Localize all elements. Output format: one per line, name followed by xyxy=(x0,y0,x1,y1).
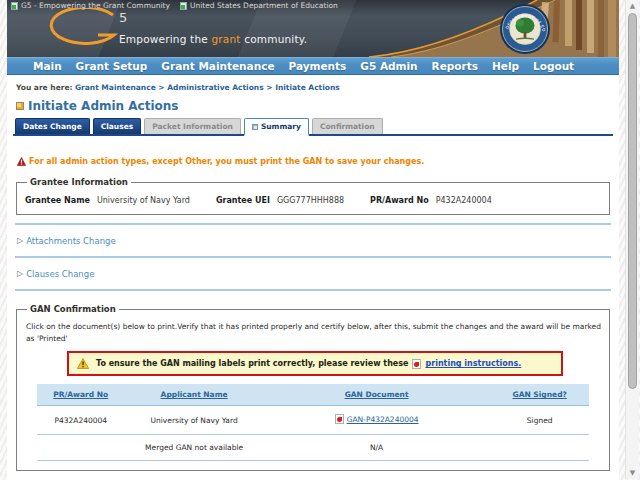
cell-gan-signed: Signed xyxy=(490,406,590,435)
tab-bar: Dates Change Clauses Packet Information … xyxy=(13,118,613,136)
nav-item-help[interactable]: Help xyxy=(492,60,519,72)
scrollbar-thumb[interactable] xyxy=(628,13,637,389)
grantee-information-row: Grantee Name University of Navy Yard Gra… xyxy=(25,196,601,205)
summary-tab-icon xyxy=(252,124,258,130)
bookshelf-collage xyxy=(369,0,619,57)
tagline: Empowering the grant community. xyxy=(119,33,307,45)
section-divider xyxy=(15,256,611,258)
grantee-name-value: University of Navy Yard xyxy=(97,196,190,205)
table-row: Merged GAN not available N/A xyxy=(37,435,590,461)
table-header-row: PR/Award No Applicant Name GAN Document … xyxy=(37,384,590,406)
page-icon xyxy=(11,2,18,10)
attachments-change-expander[interactable]: ▷ Attachments Change xyxy=(17,236,613,246)
cell-pr-award: P432A240004 xyxy=(37,406,125,435)
printing-instructions-link[interactable]: printing instructions. xyxy=(425,359,521,368)
cell-pr-award xyxy=(37,435,125,461)
grantee-name-label: Grantee Name xyxy=(25,196,90,205)
pdf-icon xyxy=(335,414,344,424)
nav-item-grant-setup[interactable]: Grant Setup xyxy=(76,60,148,72)
clauses-change-label: Clauses Change xyxy=(26,269,94,279)
warning-icon xyxy=(17,157,26,166)
scrollbar-up-icon[interactable]: ▲ xyxy=(626,2,639,10)
tab-confirmation: Confirmation xyxy=(312,118,383,134)
window-title-bar: G5 - Empowering the Grant Community Unit… xyxy=(11,1,338,10)
tab-dates-change[interactable]: Dates Change xyxy=(15,118,90,134)
window-title-2: United States Department of Education xyxy=(180,1,338,10)
breadcrumb: You are here: Grant Maintenance > Admini… xyxy=(16,83,613,92)
nav-item-payments[interactable]: Payments xyxy=(289,60,347,72)
header-gan-signed[interactable]: GAN Signed? xyxy=(490,384,590,406)
tab-clauses[interactable]: Clauses xyxy=(93,118,142,134)
chevron-right-icon: ▷ xyxy=(17,237,23,245)
pdf-icon xyxy=(412,359,421,369)
section-divider xyxy=(15,289,611,291)
grantee-uei-value: GGG777HHH888 xyxy=(277,196,344,205)
cell-gan-document: GAN-P432A240004 xyxy=(263,406,490,435)
window-title-1: G5 - Empowering the Grant Community xyxy=(11,1,170,10)
cell-gan-document: N/A xyxy=(263,435,490,461)
scrollbar-down-icon[interactable]: ▼ xyxy=(626,469,639,477)
header-banner: G5 - Empowering the Grant Community Unit… xyxy=(7,0,619,57)
header-gan-document[interactable]: GAN Document xyxy=(263,384,490,406)
cell-applicant: University of Navy Yard xyxy=(125,406,263,435)
page-icon xyxy=(180,2,187,10)
window-title-text: G5 - Empowering the Grant Community xyxy=(21,1,170,10)
cell-gan-signed xyxy=(490,435,590,461)
header-pr-award-no[interactable]: PR/Award No xyxy=(37,384,125,406)
nav-item-g5-admin[interactable]: G5 Admin xyxy=(360,60,417,72)
pr-award-no-label: PR/Award No xyxy=(370,196,429,205)
tab-summary-label: Summary xyxy=(261,122,301,131)
print-gan-warning: For all admin action types, except Other… xyxy=(17,157,613,166)
pr-award-no-value: P432A240004 xyxy=(436,196,492,205)
tab-packet-information: Packet Information xyxy=(144,118,241,134)
gan-confirmation-section: GAN Confirmation Click on the document(s… xyxy=(16,304,610,471)
window-title-text: United States Department of Education xyxy=(190,1,338,10)
page-title: Initiate Admin Actions xyxy=(16,99,613,113)
alert-warning-icon xyxy=(77,358,89,369)
grantee-information-section: Grantee Information Grantee Name Univers… xyxy=(16,177,610,215)
cell-applicant: Merged GAN not available xyxy=(125,435,263,461)
clauses-change-expander[interactable]: ▷ Clauses Change xyxy=(17,269,613,279)
department-of-education-seal: DEPARTMENT OF EDUCATION xyxy=(499,3,551,57)
grantee-uei-label: Grantee UEI xyxy=(216,196,270,205)
gan-documents-table: PR/Award No Applicant Name GAN Document … xyxy=(37,384,590,461)
main-navigation: Main Grant Setup Grant Maintenance Payme… xyxy=(7,57,619,75)
form-icon xyxy=(16,102,24,110)
header-applicant-name[interactable]: Applicant Name xyxy=(125,384,263,406)
nav-item-main[interactable]: Main xyxy=(33,60,62,72)
alert-text: To ensure the GAN mailing labels print c… xyxy=(96,359,408,368)
section-divider xyxy=(15,223,611,225)
attachments-change-label: Attachments Change xyxy=(26,236,116,246)
svg-text:5: 5 xyxy=(119,10,127,25)
nav-item-logout[interactable]: Logout xyxy=(533,60,574,72)
printing-instructions-alert: To ensure the GAN mailing labels print c… xyxy=(67,351,563,376)
table-row: P432A240004 University of Navy Yard GAN-… xyxy=(37,406,590,435)
application-window: G5 - Empowering the Grant Community Unit… xyxy=(7,0,619,480)
page-content: You are here: Grant Maintenance > Admini… xyxy=(7,75,619,480)
chevron-right-icon: ▷ xyxy=(17,270,23,278)
page-title-text: Initiate Admin Actions xyxy=(28,99,179,113)
grantee-information-legend: Grantee Information xyxy=(27,177,131,187)
warning-text: For all admin action types, except Other… xyxy=(29,157,424,166)
nav-item-grant-maintenance[interactable]: Grant Maintenance xyxy=(161,60,274,72)
nav-item-reports[interactable]: Reports xyxy=(432,60,478,72)
breadcrumb-label: You are here: xyxy=(16,83,73,92)
breadcrumb-path[interactable]: Grant Maintenance > Administrative Actio… xyxy=(75,83,340,92)
vertical-scrollbar[interactable]: ▲ ▼ xyxy=(625,0,639,479)
gan-instructions: Click on the document(s) below to print.… xyxy=(26,321,601,344)
gan-confirmation-legend: GAN Confirmation xyxy=(27,304,119,314)
gan-document-link[interactable]: GAN-P432A240004 xyxy=(347,415,419,424)
tab-summary[interactable]: Summary xyxy=(244,118,309,136)
g5-logo: 5 xyxy=(35,8,135,56)
